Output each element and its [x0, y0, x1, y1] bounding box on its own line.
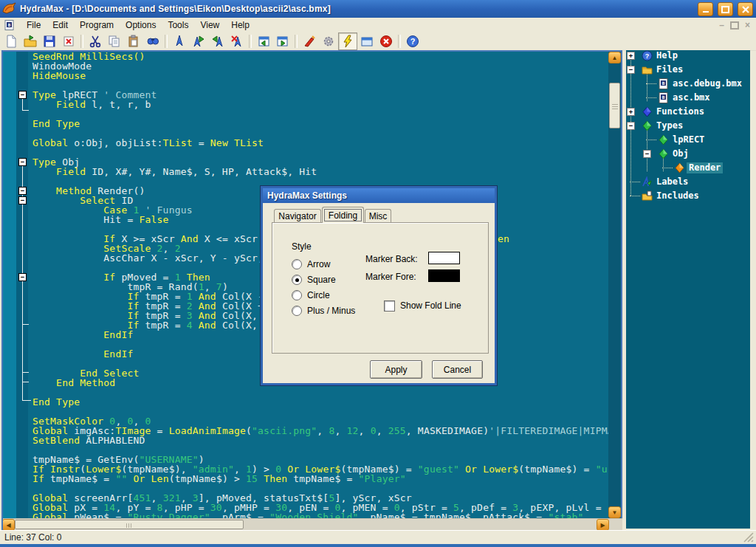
radio-plus-minus[interactable]: Plus / Minus	[292, 306, 355, 316]
cancel-button[interactable]: Cancel	[432, 360, 483, 379]
copy-button[interactable]	[105, 32, 124, 50]
tree-item-label[interactable]: Types	[654, 120, 685, 131]
tree-item-types[interactable]: −Types	[626, 119, 750, 133]
resize-grip[interactable]	[743, 531, 755, 543]
horizontal-scrollbar[interactable]: ◀ ▶	[1, 518, 622, 530]
collapse-icon[interactable]: −	[627, 66, 635, 74]
stop-button[interactable]	[377, 32, 396, 50]
new-file-button[interactable]	[1, 32, 21, 50]
code-line: EndIf	[32, 330, 133, 340]
bookmark-button[interactable]	[170, 32, 189, 50]
menu-help[interactable]: Help	[225, 18, 255, 32]
fold-marker-collapse[interactable]: −	[18, 273, 27, 281]
maximize-button[interactable]	[718, 2, 733, 16]
tree-item-labels[interactable]: Labels	[626, 175, 750, 189]
tree-rows: +?Help−FilesBasc.debug.bmxBasc.bmx+Funct…	[626, 50, 750, 529]
tree-item-label[interactable]: Files	[654, 64, 685, 75]
tree-item-includes[interactable]: Includes	[626, 189, 750, 203]
scroll-up-button[interactable]: ▲	[608, 52, 621, 63]
tab-folding[interactable]: Folding	[322, 207, 364, 223]
scroll-right-button[interactable]: ▶	[597, 519, 609, 530]
vertical-scroll-thumb[interactable]	[609, 83, 620, 128]
code-line: EndIf	[32, 349, 133, 359]
save-file-button[interactable]	[40, 32, 59, 50]
fold-line-end	[22, 400, 31, 401]
find-button[interactable]	[143, 32, 162, 50]
expand-icon[interactable]: +	[627, 52, 635, 60]
fold-marker-collapse[interactable]: −	[18, 158, 27, 166]
collapse-icon[interactable]: −	[627, 122, 635, 130]
menu-tools[interactable]: Tools	[162, 18, 194, 32]
tree-item-label[interactable]: lpRECT	[670, 134, 707, 145]
run-button[interactable]	[338, 32, 357, 50]
build-button[interactable]	[300, 32, 319, 50]
radio-circle[interactable]: Circle	[292, 290, 330, 300]
mdi-minimize-icon[interactable]: –	[719, 20, 724, 30]
apply-button[interactable]: Apply	[370, 360, 422, 379]
open-file-button[interactable]	[21, 32, 40, 50]
dialog-title-bar[interactable]: HydraMax Settings	[263, 188, 495, 203]
radio-button-icon[interactable]	[292, 259, 302, 269]
tree-item-render[interactable]: Render	[626, 161, 750, 175]
cut-button[interactable]	[86, 32, 105, 50]
menu-options[interactable]: Options	[120, 18, 162, 32]
tree-item-asc-debug-bmx[interactable]: Basc.debug.bmx	[626, 77, 750, 91]
radio-square[interactable]: Square	[292, 275, 336, 285]
settings-gear-button[interactable]	[319, 32, 338, 50]
show-fold-line-checkbox[interactable]	[384, 300, 395, 312]
close-button[interactable]	[738, 2, 753, 16]
tree-item-asc-bmx[interactable]: Basc.bmx	[626, 91, 750, 105]
tab-navigator[interactable]: Navigator	[274, 209, 321, 222]
next-window-button[interactable]	[273, 32, 292, 50]
tree-item-label[interactable]: Obj	[670, 148, 691, 159]
tree-item-lprect[interactable]: lpRECT	[626, 133, 750, 147]
mdi-restore-icon[interactable]	[730, 21, 739, 30]
menu-program[interactable]: Program	[74, 18, 120, 32]
svg-text:B: B	[662, 80, 665, 86]
window-mode-button[interactable]	[357, 32, 377, 50]
status-bar: Line: 37 Col: 0	[0, 530, 756, 544]
fold-marker-collapse[interactable]: −	[18, 187, 27, 195]
bookmark-next-button[interactable]	[189, 32, 208, 50]
code-line: End Type	[32, 119, 80, 128]
minimize-button[interactable]	[698, 2, 713, 16]
bookmark-prev-button[interactable]	[208, 32, 227, 50]
radio-button-icon[interactable]	[292, 290, 302, 300]
tree-item-files[interactable]: −Files	[626, 63, 750, 77]
marker-back-swatch[interactable]	[428, 252, 460, 264]
horizontal-scroll-thumb[interactable]	[15, 520, 244, 529]
tree-item-label[interactable]: asc.bmx	[670, 92, 712, 103]
fold-marker-collapse[interactable]: −	[18, 91, 27, 99]
prev-window-button[interactable]	[254, 32, 273, 50]
paste-button[interactable]	[124, 32, 143, 50]
fold-marker-collapse[interactable]: −	[18, 196, 27, 204]
tree-item-label[interactable]: Functions	[654, 106, 707, 117]
menu-file[interactable]: File	[21, 18, 47, 32]
radio-button-icon[interactable]	[292, 306, 302, 316]
mdi-close-icon[interactable]: ×	[745, 20, 750, 30]
scroll-left-button[interactable]: ◀	[2, 519, 15, 530]
navigator-tree[interactable]: +?Help−FilesBasc.debug.bmxBasc.bmx+Funct…	[626, 50, 750, 529]
tab-misc[interactable]: Misc	[365, 209, 391, 222]
bookmark-clear-button[interactable]	[227, 32, 247, 50]
marker-fore-swatch[interactable]	[428, 269, 460, 282]
radio-button-icon[interactable]	[292, 275, 302, 285]
scroll-down-button[interactable]: ▼	[608, 506, 621, 518]
tree-item-functions[interactable]: +Functions	[626, 105, 750, 119]
tree-item-help[interactable]: +?Help	[626, 50, 750, 63]
menu-view[interactable]: View	[194, 18, 225, 32]
tree-item-label[interactable]: Help	[654, 50, 680, 61]
menu-edit[interactable]: Edit	[47, 18, 74, 32]
tree-item-label[interactable]: Render	[687, 162, 723, 173]
help-button[interactable]: ?	[403, 32, 422, 50]
tree-item-label[interactable]: Includes	[654, 190, 701, 202]
tree-item-obj[interactable]: −Obj	[626, 147, 750, 161]
diamond-green-icon	[658, 134, 669, 145]
radio-arrow[interactable]: Arrow	[292, 259, 330, 269]
vertical-scrollbar[interactable]: ▲ ▼	[608, 52, 622, 518]
expand-icon[interactable]: +	[627, 108, 635, 116]
close-file-button[interactable]	[59, 32, 78, 50]
tree-item-label[interactable]: Labels	[654, 176, 690, 188]
collapse-icon[interactable]: −	[643, 150, 651, 158]
tree-item-label[interactable]: asc.debug.bmx	[670, 78, 744, 89]
